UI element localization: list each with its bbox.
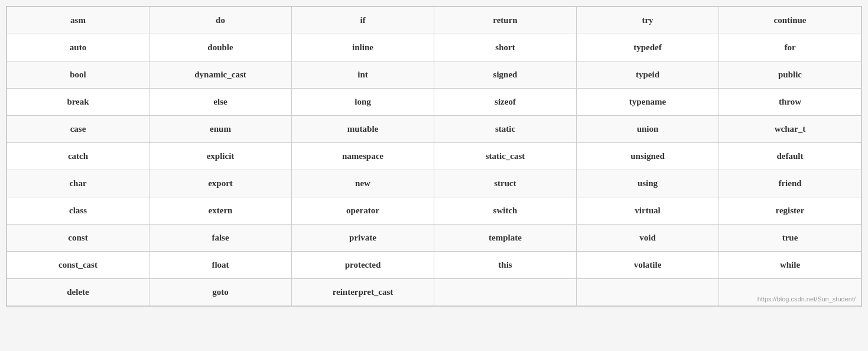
table-cell: asm <box>7 7 149 34</box>
table-cell: try <box>577 7 719 34</box>
table-cell: typeid <box>577 61 719 89</box>
table-cell: public <box>719 61 862 89</box>
watermark: https://blog.csdn.net/Sun_student/ <box>758 295 856 303</box>
table-row: booldynamic_castintsignedtypeidpublic <box>7 61 862 89</box>
table-cell: const <box>7 225 149 252</box>
table-cell: class <box>7 197 149 225</box>
table-cell: long <box>292 89 434 116</box>
table-cell: enum <box>149 116 292 143</box>
table-cell: operator <box>292 197 434 225</box>
table-cell: volatile <box>577 252 719 279</box>
table-cell: static_cast <box>434 143 577 170</box>
table-cell: this <box>434 252 577 279</box>
table-cell: default <box>719 143 862 170</box>
table-cell: case <box>7 116 149 143</box>
table-cell: reinterpret_cast <box>292 279 434 306</box>
table-cell: const_cast <box>7 252 149 279</box>
table-cell: wchar_t <box>719 116 862 143</box>
table-cell: unsigned <box>577 143 719 170</box>
table-cell: extern <box>149 197 292 225</box>
table-row: classexternoperatorswitchvirtualregister <box>7 197 862 225</box>
table-cell: inline <box>292 34 434 61</box>
table-cell: virtual <box>577 197 719 225</box>
table-cell: protected <box>292 252 434 279</box>
table-cell: short <box>434 34 577 61</box>
table-cell: mutable <box>292 116 434 143</box>
table-cell: bool <box>7 61 149 89</box>
table-row: asmdoifreturntrycontinue <box>7 7 862 34</box>
table-row: autodoubleinlineshorttypedeffor <box>7 34 862 61</box>
table-cell: export <box>149 170 292 197</box>
table-row: constfalseprivatetemplatevoidtrue <box>7 225 862 252</box>
table-cell: return <box>434 7 577 34</box>
table-cell <box>577 279 719 306</box>
table-cell: register <box>719 197 862 225</box>
table-cell: goto <box>149 279 292 306</box>
table-cell: sizeof <box>434 89 577 116</box>
table-cell: template <box>434 225 577 252</box>
table-cell: signed <box>434 61 577 89</box>
table-cell: static <box>434 116 577 143</box>
table-cell: new <box>292 170 434 197</box>
table-row: charexportnewstructusingfriend <box>7 170 862 197</box>
table-cell: union <box>577 116 719 143</box>
table-cell: using <box>577 170 719 197</box>
table-row: breakelselongsizeoftypenamethrow <box>7 89 862 116</box>
table-cell: friend <box>719 170 862 197</box>
table-row: catchexplicitnamespacestatic_castunsigne… <box>7 143 862 170</box>
table-cell: private <box>292 225 434 252</box>
table-cell: true <box>719 225 862 252</box>
table-cell: while <box>719 252 862 279</box>
table-cell: else <box>149 89 292 116</box>
table-cell: do <box>149 7 292 34</box>
table-cell: break <box>7 89 149 116</box>
table-cell: switch <box>434 197 577 225</box>
table-cell: if <box>292 7 434 34</box>
keywords-table: asmdoifreturntrycontinueautodoubleinline… <box>6 6 862 306</box>
table-cell: int <box>292 61 434 89</box>
table-cell: false <box>149 225 292 252</box>
table-cell: for <box>719 34 862 61</box>
table-cell: typename <box>577 89 719 116</box>
table-cell: delete <box>7 279 149 306</box>
table-cell: char <box>7 170 149 197</box>
table-cell: catch <box>7 143 149 170</box>
table-cell: explicit <box>149 143 292 170</box>
table-cell: struct <box>434 170 577 197</box>
table-cell: dynamic_cast <box>149 61 292 89</box>
table-cell: namespace <box>292 143 434 170</box>
table-row: caseenummutablestaticunionwchar_t <box>7 116 862 143</box>
table-row: const_castfloatprotectedthisvolatilewhil… <box>7 252 862 279</box>
table-cell: continue <box>719 7 862 34</box>
table-cell: auto <box>7 34 149 61</box>
table-cell: double <box>149 34 292 61</box>
table-cell: throw <box>719 89 862 116</box>
keywords-table-container: asmdoifreturntrycontinueautodoubleinline… <box>6 6 862 307</box>
table-cell: float <box>149 252 292 279</box>
table-cell: void <box>577 225 719 252</box>
table-cell <box>434 279 577 306</box>
table-row: deletegotoreinterpret_cast <box>7 279 862 306</box>
table-cell: typedef <box>577 34 719 61</box>
